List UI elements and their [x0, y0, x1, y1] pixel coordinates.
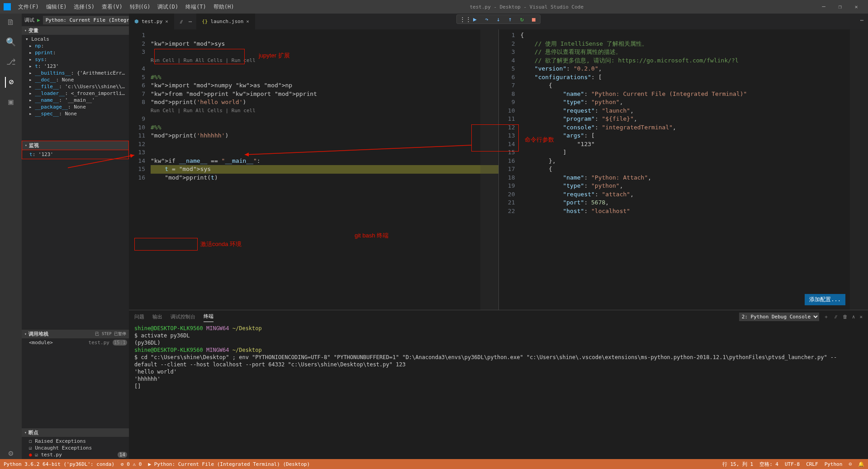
minimize-button[interactable]: ─ — [816, 0, 832, 14]
menu-item[interactable]: 终端(T) — [182, 1, 210, 13]
variable-row[interactable]: ▸ __file__: 'c:\\Users\\shine\\Desktop\\… — [22, 83, 129, 90]
panel: 问题 输出 调试控制台 终端 2: Python Debug Console ＋… — [129, 310, 868, 459]
locals-section: ▾ Locals ▸ np: ▸ pprint: ▸ sys: ▸ t: '12… — [22, 35, 129, 118]
vscode-logo-icon — [4, 3, 11, 10]
terminal-select[interactable]: 2: Python Debug Console — [739, 313, 819, 321]
tab-launch-json[interactable]: {}launch.json× — [196, 14, 255, 29]
extensions-icon[interactable]: ▣ — [5, 97, 16, 108]
title-bar: 文件(F)编辑(E)选择(S)查看(V)转到(G)调试(D)终端(T)帮助(H)… — [0, 0, 868, 14]
panel-tab-output[interactable]: 输出 — [152, 312, 162, 322]
terminal-body[interactable]: shine@DESKTOP-KLK9560 MINGW64 ~/Desktop$… — [129, 323, 868, 459]
uncaught-exceptions-checkbox[interactable]: ☑ Uncaught Exceptions — [22, 445, 129, 451]
variable-row[interactable]: ▸ np: — [22, 43, 129, 49]
python-interpreter[interactable]: Python 3.6.2 64-bit ('py36DL': conda) — [4, 461, 114, 467]
notification-icon[interactable]: 🔔 — [858, 461, 864, 467]
variable-row[interactable]: ▸ __loader__: <_frozen_importlib_externa… — [22, 90, 129, 97]
eol-status[interactable]: CRLF — [806, 461, 818, 467]
variable-row[interactable]: ▸ sys: — [22, 56, 129, 63]
close-tab-icon[interactable]: × — [165, 19, 168, 24]
menu-item[interactable]: 调试(D) — [154, 1, 182, 13]
menu-item[interactable]: 转到(G) — [126, 1, 154, 13]
more-actions-icon[interactable]: ⋯ — [856, 14, 868, 29]
settings-gear-icon[interactable]: ⚙ — [5, 448, 16, 459]
problems-status[interactable]: ⊘ 0 ⚠ 0 — [121, 461, 142, 467]
restart-icon[interactable]: ↻ — [518, 16, 526, 23]
editor-right[interactable]: 12345678910111213141516171819202122 { //… — [499, 29, 868, 310]
locals-label[interactable]: ▾ Locals — [22, 36, 129, 43]
debug-title: 调试 — [24, 17, 34, 24]
watch-body: t: '123' — [22, 150, 129, 159]
split-editor-icon[interactable]: ⫽ — [179, 19, 184, 25]
stop-icon[interactable]: ■ — [530, 16, 537, 23]
encoding-status[interactable]: UTF-8 — [785, 461, 800, 467]
menu-item[interactable]: 选择(S) — [70, 1, 98, 13]
debug-toolbar: 调试 ▶ Python: Current File (Integrated Te… — [22, 14, 129, 26]
breakpoints-body: ☐ Raised Exceptions ☑ Uncaught Exception… — [22, 437, 129, 459]
menu-item[interactable]: 帮助(H) — [210, 1, 238, 13]
step-over-icon[interactable]: ↷ — [483, 16, 490, 23]
variable-row[interactable]: ▸ __package__: None — [22, 104, 129, 110]
watch-header[interactable]: 监视 — [22, 141, 129, 150]
debug-icon[interactable]: ⊘ — [5, 77, 16, 88]
variable-row[interactable]: ▸ __builtins__: {'ArithmeticError': — [22, 70, 129, 76]
variable-row[interactable]: ▸ __spec__: None — [22, 110, 129, 117]
panel-tab-problems[interactable]: 问题 — [134, 312, 144, 322]
callstack-status: 已 STEP 已暂停 — [95, 331, 126, 337]
menu-bar: 文件(F)编辑(E)选择(S)查看(V)转到(G)调试(D)终端(T)帮助(H) — [14, 1, 238, 13]
panel-tab-debug-console[interactable]: 调试控制台 — [171, 312, 195, 322]
tab-bar: ⬢test.py× ⋮⋮ ▶ ↷ ↓ ↑ ↻ ■ ⫽ ⋯ {}launch.js… — [129, 14, 868, 29]
search-icon[interactable]: 🔍 — [5, 37, 16, 48]
more-actions-icon[interactable]: ⋯ — [189, 19, 192, 25]
activity-bar: 🗎 🔍 ⎇ ⊘ ▣ ⚙ — [0, 14, 22, 459]
callstack-body: <module> test.py 15:1 — [22, 338, 129, 347]
minimap[interactable] — [480, 29, 498, 310]
close-button[interactable]: ✕ — [848, 0, 864, 14]
kill-terminal-icon[interactable]: 🗑 — [843, 312, 848, 322]
debug-floating-toolbar[interactable]: ⋮⋮ ▶ ↷ ↓ ↑ ↻ ■ — [456, 14, 541, 24]
breakpoints-header[interactable]: 断点 — [22, 428, 129, 437]
variable-row[interactable]: ▸ __doc__: None — [22, 76, 129, 83]
panel-tab-terminal[interactable]: 终端 — [204, 311, 213, 322]
start-debug-button[interactable]: ▶ — [37, 17, 40, 23]
variables-header[interactable]: 变量 — [22, 26, 129, 35]
cursor-position[interactable]: 行 15, 列 1 — [722, 461, 753, 468]
minimap[interactable] — [850, 29, 868, 310]
editor-left[interactable]: 12345678910111213141516 "kw">import "mod… — [129, 29, 499, 310]
variable-row[interactable]: ▸ __name__: '__main__' — [22, 97, 129, 104]
drag-handle-icon[interactable]: ⋮⋮ — [460, 16, 467, 23]
scm-icon[interactable]: ⎇ — [5, 57, 16, 68]
menu-item[interactable]: 编辑(E) — [43, 1, 71, 13]
add-config-button[interactable]: 添加配置... — [805, 294, 845, 305]
window-title: test.py - Desktop - Visual Studio Code — [238, 4, 816, 10]
breakpoint-item[interactable]: ● ☑ test.py14 — [22, 451, 129, 458]
close-panel-icon[interactable]: ✕ — [859, 312, 863, 322]
raised-exceptions-checkbox[interactable]: ☐ Raised Exceptions — [22, 438, 129, 445]
menu-item[interactable]: 文件(F) — [14, 1, 43, 13]
split-terminal-icon[interactable]: ⫽ — [833, 312, 838, 322]
editor-area: ⬢test.py× ⋮⋮ ▶ ↷ ↓ ↑ ↻ ■ ⫽ ⋯ {}launch.js… — [129, 14, 868, 459]
callstack-header[interactable]: 调用堆栈 已 STEP 已暂停 — [22, 330, 129, 338]
step-into-icon[interactable]: ↓ — [495, 16, 502, 23]
feedback-icon[interactable]: ☺ — [849, 461, 852, 467]
explorer-icon[interactable]: 🗎 — [5, 17, 16, 28]
window-controls: ─ ❐ ✕ — [816, 0, 864, 14]
debug-sidebar: 调试 ▶ Python: Current File (Integrated Te… — [22, 14, 129, 459]
continue-icon[interactable]: ▶ — [471, 16, 479, 23]
panel-tabs: 问题 输出 调试控制台 终端 2: Python Debug Console ＋… — [129, 310, 868, 323]
new-terminal-icon[interactable]: ＋ — [824, 312, 829, 322]
status-bar: Python 3.6.2 64-bit ('py36DL': conda) ⊘ … — [0, 459, 868, 469]
step-out-icon[interactable]: ↑ — [507, 16, 514, 23]
watch-row[interactable]: t: '123' — [22, 151, 128, 158]
close-tab-icon[interactable]: × — [246, 19, 249, 24]
tab-test-py[interactable]: ⬢test.py× — [129, 14, 174, 29]
indent-status[interactable]: 空格: 4 — [759, 461, 778, 468]
variable-row[interactable]: ▸ pprint: — [22, 49, 129, 56]
maximize-button[interactable]: ❐ — [832, 0, 848, 14]
maximize-panel-icon[interactable]: ∧ — [852, 312, 855, 322]
callstack-frame[interactable]: <module> test.py 15:1 — [22, 339, 129, 346]
menu-item[interactable]: 查看(V) — [98, 1, 126, 13]
variable-row[interactable]: ▸ t: '123' — [22, 63, 129, 70]
language-status[interactable]: Python — [825, 461, 843, 467]
debug-status[interactable]: ▶ Python: Current File (Integrated Termi… — [148, 461, 310, 467]
